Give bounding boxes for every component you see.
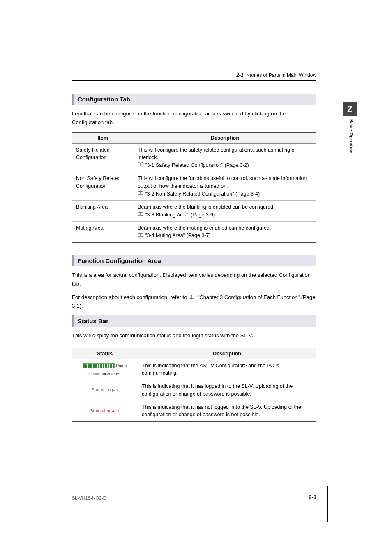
cell-desc: This is indicating that the <SL-V Config… <box>138 359 316 380</box>
cell-desc: This will configure the functions useful… <box>134 172 316 201</box>
section-title: Names of Parts in Main Window <box>246 72 316 78</box>
status-logout: Status:Log-out <box>72 401 138 421</box>
cell-item: Safety Related Configuration <box>72 143 134 172</box>
running-header: 2-1 Names of Parts in Main Window <box>236 72 316 78</box>
table-row: Under communication··· This is indicatin… <box>72 359 316 380</box>
status-bar-table: Status Description Under communication··… <box>72 348 316 422</box>
cell-desc: This is indicating that it has not logge… <box>138 401 316 421</box>
table-row: Safety Related Configuration This will c… <box>72 143 316 172</box>
book-icon <box>138 232 143 240</box>
footer-page-number: 2-3 <box>309 494 316 500</box>
book-icon <box>138 211 143 219</box>
table-row: Status:Log-in This is indicating that it… <box>72 380 316 401</box>
paragraph: For description about each configuration… <box>72 293 316 311</box>
table-row: Muting Area Beam axis where the muting i… <box>72 221 316 242</box>
paragraph: This will display the communication stat… <box>72 332 316 340</box>
cell-desc: This is indicating that it has logged in… <box>138 380 316 401</box>
cell-item: Blanking Area <box>72 200 134 221</box>
table-header-item: Item <box>72 132 134 144</box>
section-heading-status-bar: Status Bar <box>72 315 316 327</box>
table-row: Blanking Area Beam axis where the blanki… <box>72 200 316 221</box>
book-icon <box>138 190 143 198</box>
chapter-tab: 2 <box>343 102 357 116</box>
table-row: Non Safety Related Configuration This wi… <box>72 172 316 201</box>
status-login: Status:Log-in <box>72 380 138 401</box>
table-header-status: Status <box>72 348 138 359</box>
chapter-side-label: Basic Operation <box>349 119 353 154</box>
cell-desc: This will configure the safety related c… <box>134 143 316 172</box>
cell-item: Non Safety Related Configuration <box>72 172 134 201</box>
configuration-tab-table: Item Description Safety Related Configur… <box>72 132 316 243</box>
cell-item: Muting Area <box>72 221 134 242</box>
paragraph: This is a area for actual configuration.… <box>72 271 316 288</box>
cell-desc: Beam axis where the muting is enabled ca… <box>134 221 316 242</box>
progress-bar-icon <box>83 363 115 368</box>
book-icon <box>189 293 194 302</box>
section-heading-function-configuration-area: Function Configuration Area <box>72 255 316 266</box>
table-row: Status:Log-out This is indicating that i… <box>72 401 316 421</box>
book-icon <box>138 161 143 169</box>
header-rule <box>72 80 316 81</box>
table-header-description: Description <box>134 132 316 144</box>
cell-desc: Beam axis where the blanking is enabled … <box>134 200 316 221</box>
footer-crop-mark <box>327 486 328 522</box>
table-header-description: Description <box>138 348 316 359</box>
status-communicating: Under communication··· <box>72 359 138 380</box>
section-intro: Item that can be configured in the funct… <box>72 110 316 127</box>
section-heading-configuration-tab: Configuration Tab <box>72 94 316 105</box>
section-number: 2-1 <box>236 72 243 78</box>
footer-document-code: SL-VH1S-NO2-E <box>72 495 106 500</box>
